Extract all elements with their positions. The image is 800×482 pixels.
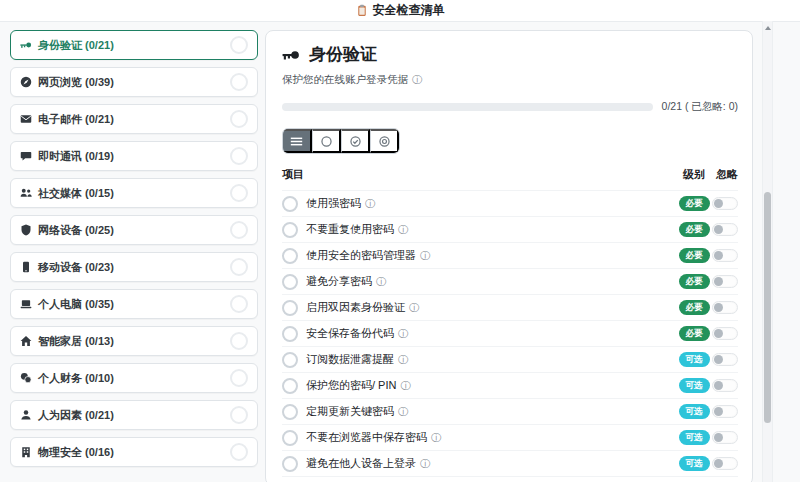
ignore-toggle[interactable]	[712, 275, 738, 288]
scrollbar-thumb[interactable]	[764, 192, 771, 423]
sidebar-item-11[interactable]: 人为因素 (0/21)	[10, 400, 258, 430]
info-icon[interactable]: ⓘ	[412, 75, 422, 85]
info-icon[interactable]: ⓘ	[398, 225, 408, 235]
sidebar-item-label: 个人财务 (0/10)	[38, 371, 114, 386]
info-icon[interactable]: ⓘ	[431, 433, 441, 443]
sidebar-item-label: 网络设备 (0/25)	[38, 223, 114, 238]
item-checkbox[interactable]	[282, 430, 298, 446]
sidebar-item-label: 电子邮件 (0/21)	[38, 112, 114, 127]
sidebar-item-2[interactable]: 网页浏览 (0/39)	[10, 67, 258, 97]
level-cell: 必要	[678, 274, 710, 289]
sidebar-item-10[interactable]: 个人财务 (0/10)	[10, 363, 258, 393]
item-label: 不要在浏览器中保存密码	[306, 430, 427, 445]
home-icon	[20, 335, 32, 347]
app-header: 安全检查清单	[0, 0, 800, 22]
checklist-row: 订阅数据泄露提醒ⓘ可选	[282, 346, 738, 372]
checklist-row: 使用强密码ⓘ必要	[282, 190, 738, 216]
item-checkbox[interactable]	[282, 352, 298, 368]
subtitle-text: 保护您的在线账户登录凭据	[282, 73, 408, 87]
item-checkbox[interactable]	[282, 326, 298, 342]
ignore-toggle[interactable]	[712, 457, 738, 470]
filter-button-2[interactable]	[312, 129, 341, 153]
info-icon[interactable]: ⓘ	[400, 381, 410, 391]
info-icon[interactable]: ⓘ	[420, 459, 430, 469]
info-icon[interactable]: ⓘ	[398, 329, 408, 339]
ignore-cell	[710, 457, 738, 470]
level-cell: 必要	[678, 300, 710, 315]
ignore-toggle[interactable]	[712, 353, 738, 366]
ignore-toggle[interactable]	[712, 405, 738, 418]
item-label: 使用强密码	[306, 196, 361, 211]
level-badge: 可选	[679, 378, 710, 393]
sidebar-item-label: 网页浏览 (0/39)	[38, 75, 114, 90]
item-checkbox[interactable]	[282, 248, 298, 264]
sidebar-item-1[interactable]: 身份验证 (0/21)	[10, 30, 258, 60]
category-progress-ring	[230, 295, 248, 313]
list-icon	[290, 135, 303, 148]
chat-icon	[20, 150, 32, 162]
sidebar-item-label: 移动设备 (0/23)	[38, 260, 114, 275]
item-label: 定期更新关键密码	[306, 404, 394, 419]
level-cell: 可选	[678, 352, 710, 367]
ignore-cell	[710, 405, 738, 418]
item-checkbox[interactable]	[282, 222, 298, 238]
info-icon[interactable]: ⓘ	[409, 303, 419, 313]
sidebar-item-3[interactable]: 电子邮件 (0/21)	[10, 104, 258, 134]
info-icon[interactable]: ⓘ	[398, 407, 408, 417]
item-checkbox[interactable]	[282, 196, 298, 212]
sidebar-item-4[interactable]: 即时通讯 (0/19)	[10, 141, 258, 171]
level-badge: 可选	[679, 456, 710, 471]
scrollbar[interactable]	[762, 21, 773, 482]
item-checkbox[interactable]	[282, 300, 298, 316]
sidebar-item-content: 智能家居 (0/13)	[20, 334, 114, 349]
level-badge: 可选	[679, 430, 710, 445]
info-icon[interactable]: ⓘ	[365, 199, 375, 209]
checklist-clipboard-icon	[356, 4, 368, 17]
scrollbar-up-arrow-icon[interactable]	[765, 26, 771, 30]
filter-button-4[interactable]	[370, 129, 399, 153]
checklist-row: 使用安全的密码管理器ⓘ必要	[282, 242, 738, 268]
ignore-toggle[interactable]	[712, 223, 738, 236]
sidebar-item-content: 即时通讯 (0/19)	[20, 149, 114, 164]
ignore-toggle[interactable]	[712, 301, 738, 314]
table-header: 项目 级别 忽略	[282, 167, 738, 190]
category-progress-ring	[230, 36, 248, 54]
main-panel: 身份验证 保护您的在线账户登录凭据 ⓘ 0/21 ( 已忽略: 0) 项目 级别…	[265, 30, 753, 482]
info-icon[interactable]: ⓘ	[376, 277, 386, 287]
sidebar-item-label: 个人电脑 (0/35)	[38, 297, 114, 312]
sidebar-item-6[interactable]: 网络设备 (0/25)	[10, 215, 258, 245]
sidebar-item-12[interactable]: 物理安全 (0/16)	[10, 437, 258, 467]
sidebar: 身份验证 (0/21)网页浏览 (0/39)电子邮件 (0/21)即时通讯 (0…	[10, 30, 258, 474]
sidebar-item-9[interactable]: 智能家居 (0/13)	[10, 326, 258, 356]
sidebar-item-content: 移动设备 (0/23)	[20, 260, 114, 275]
sidebar-item-8[interactable]: 个人电脑 (0/35)	[10, 289, 258, 319]
ignore-toggle[interactable]	[712, 327, 738, 340]
info-icon[interactable]: ⓘ	[420, 251, 430, 261]
item-checkbox[interactable]	[282, 456, 298, 472]
item-checkbox[interactable]	[282, 378, 298, 394]
ignore-toggle[interactable]	[712, 197, 738, 210]
item-label: 避免分享密码	[306, 274, 372, 289]
sidebar-item-content: 身份验证 (0/21)	[20, 38, 114, 53]
item-checkbox[interactable]	[282, 274, 298, 290]
category-progress-ring	[230, 110, 248, 128]
sidebar-item-label: 智能家居 (0/13)	[38, 334, 114, 349]
category-progress-ring	[230, 184, 248, 202]
item-label: 安全保存备份代码	[306, 326, 394, 341]
category-progress-ring	[230, 258, 248, 276]
ignore-toggle[interactable]	[712, 379, 738, 392]
category-progress-ring	[230, 73, 248, 91]
level-badge: 必要	[679, 326, 710, 341]
ignore-toggle[interactable]	[712, 249, 738, 262]
ignore-toggle[interactable]	[712, 431, 738, 444]
category-progress-ring	[230, 147, 248, 165]
level-cell: 必要	[678, 326, 710, 341]
filter-button-1[interactable]	[283, 129, 312, 153]
email-icon	[20, 113, 32, 125]
item-checkbox[interactable]	[282, 404, 298, 420]
checklist-row: 不要重复使用密码ⓘ必要	[282, 216, 738, 242]
sidebar-item-5[interactable]: 社交媒体 (0/15)	[10, 178, 258, 208]
info-icon[interactable]: ⓘ	[398, 355, 408, 365]
sidebar-item-7[interactable]: 移动设备 (0/23)	[10, 252, 258, 282]
filter-button-3[interactable]	[341, 129, 370, 153]
